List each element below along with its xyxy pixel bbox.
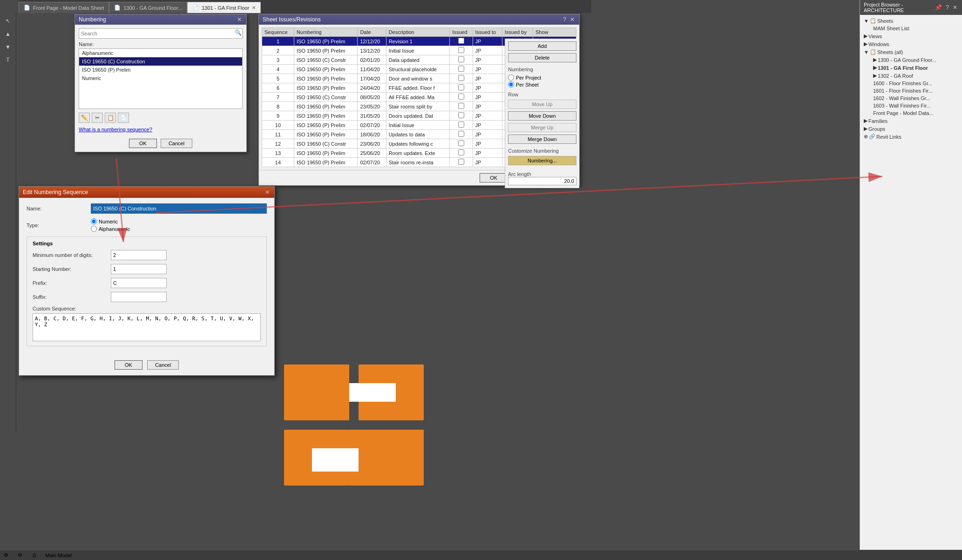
rev-add-btn[interactable]: Add [508,41,576,51]
tree-1602[interactable]: 1602 - Wall Finishes Gr... [862,94,960,102]
rev-ok-btn[interactable]: OK [480,173,508,182]
type-numeric-radio[interactable]: Numeric [91,218,130,224]
type-numeric-input[interactable] [91,218,97,224]
name-field[interactable] [91,203,267,214]
min-digits-input[interactable] [111,250,167,260]
cell-seq: 9 [262,111,294,121]
tree-1600[interactable]: 1600 - Floor Finishes Gr... [862,80,960,87]
numbering-customize-btn[interactable]: Numbering... [508,156,576,165]
min-digits-row: Minimum number of digits: [33,250,261,260]
cell-issued[interactable] [450,93,473,102]
suffix-input[interactable] [111,292,167,302]
tree-groups[interactable]: ▶ Groups [862,125,960,133]
cell-issued[interactable] [450,121,473,130]
search-icon-btn[interactable]: 🔍 [235,29,242,36]
col-numbering: Numbering [294,28,358,37]
tree-1601[interactable]: 1601 - Floor Finishes Fir... [862,87,960,94]
tool-up[interactable]: ▲ [1,28,14,40]
tree-families[interactable]: ▶ Families [862,117,960,125]
rev-merge-up-btn[interactable]: Merge Up [508,123,576,132]
rev-move-up-btn[interactable]: Move Up [508,100,576,109]
arc-length-input[interactable] [508,177,576,185]
list-item-iso-c[interactable]: ISO 19650 (C) Construction [79,57,242,66]
type-alphanumeric-radio[interactable]: Alphanumeric [91,226,130,232]
tree-revit-links[interactable]: ⊕ 🔗 Revit Links [862,133,960,141]
cell-issued[interactable] [450,65,473,74]
cell-date: 12/12/20 [358,37,386,46]
revisions-dialog-question[interactable]: ? [562,16,567,23]
tree-1301[interactable]: ▶ 1301 - GA First Floor [862,64,960,72]
search-wrapper: 🔍 [79,28,243,39]
list-item-alphanumeric[interactable]: Alphanumeric [79,49,242,57]
tree-frontpage[interactable]: Front Page - Model Data... [862,109,960,117]
radio-per-sheet[interactable]: Per Sheet [508,81,576,88]
cell-date: 02/07/20 [358,121,386,130]
cell-issued[interactable] [450,55,473,65]
cell-issued[interactable] [450,37,473,46]
cell-issued[interactable] [450,139,473,148]
revisions-dialog-close[interactable]: ✕ [569,16,576,23]
cell-issued[interactable] [450,83,473,93]
delete-icon-btn[interactable]: ✂ [92,113,103,123]
numbering-ok-btn[interactable]: OK [129,139,157,148]
numbering-search-input[interactable] [79,28,243,39]
radio-per-sheet-input[interactable] [508,81,514,88]
tree-sheets[interactable]: ▼ 📋 Sheets [862,17,960,25]
tab-front-page[interactable]: 📄 Front Page - Model Data Sheet [19,2,109,13]
tool-down[interactable]: ▼ [1,41,14,53]
radio-per-project[interactable]: Per Project [508,74,576,81]
starting-number-input[interactable] [111,264,167,274]
prefix-input[interactable] [111,278,167,288]
project-browser-pin[interactable]: 📌 [934,4,943,11]
edit-ok-btn[interactable]: OK [115,360,142,370]
cell-issued-to: JP [473,111,502,121]
numbering-cancel-btn[interactable]: Cancel [161,139,192,148]
project-browser-question[interactable]: ? [945,4,950,11]
rev-merge-down-btn[interactable]: Merge Down [508,135,576,144]
numbering-dialog-close[interactable]: ✕ [236,16,243,23]
tab-1301[interactable]: 📄 1301 - GA First Floor ✕ [187,2,261,13]
edit-numbering-dialog: Edit Numbering Sequence ✕ Name: Type: Nu… [19,186,275,376]
edit-icon-btn[interactable]: ✏️ [79,113,90,123]
cell-issued[interactable] [450,158,473,167]
tool-modify[interactable]: ↖ [1,15,14,27]
cell-numbering: ISO 19650 (P) Prelim [294,121,358,130]
cell-issued[interactable] [450,74,473,83]
paste-icon-btn[interactable]: 📄 [118,113,129,123]
numbering-help-link[interactable]: What is a numbering sequence? [79,127,152,132]
tree-windows[interactable]: ▶ Windows [862,40,960,48]
cell-date: 24/04/20 [358,83,386,93]
copy-icon-btn[interactable]: 📋 [105,113,116,123]
arc-section: Arc length [508,169,576,185]
numbering-dialog-title: Numbering [79,16,106,23]
edit-cancel-btn[interactable]: Cancel [147,360,179,370]
tab-1300[interactable]: 📄 1300 - GA Ground Floor... [109,2,187,13]
tab-close-icon[interactable]: ✕ [252,5,256,10]
custom-seq-textarea[interactable]: A, B, C, D, E, F, G, H, I, J, K, L, M, N… [33,313,261,341]
tree-mam[interactable]: MAM Sheet List [862,25,960,32]
cell-issued[interactable] [450,130,473,139]
cell-issued[interactable] [450,102,473,111]
cell-date: 02/01/20 [358,55,386,65]
radio-per-project-input[interactable] [508,74,514,81]
cell-date: 13/12/20 [358,46,386,55]
tree-1603[interactable]: 1603 - Wall Finishes Fir... [862,102,960,109]
edit-numbering-close[interactable]: ✕ [264,189,271,196]
list-item-iso-p[interactable]: ISO 19650 (P) Prelim [79,66,242,74]
cell-issued[interactable] [450,46,473,55]
numbering-dialog-titlebar: Numbering ✕ [75,14,246,25]
type-alphanumeric-input[interactable] [91,226,97,232]
rev-delete-btn[interactable]: Delete [508,53,576,62]
customize-section-label: Customize Numbering [508,148,576,154]
rev-move-down-btn[interactable]: Move Down [508,111,576,121]
list-item-numeric[interactable]: Numeric [79,74,242,82]
project-browser-close[interactable]: ✕ [952,4,958,11]
numbering-list[interactable]: Alphanumeric ISO 19650 (C) Construction … [79,48,243,109]
cell-issued[interactable] [450,111,473,121]
tree-1300[interactable]: ▶ 1300 - GA Ground Floor... [862,56,960,64]
tree-sheets-all[interactable]: ▼ 📋 Sheets (all) [862,48,960,56]
tool-type[interactable]: T [1,54,14,66]
cell-issued[interactable] [450,148,473,158]
tree-1302[interactable]: ▶ 1302 - GA Roof [862,72,960,80]
tree-views[interactable]: ▶ Views [862,32,960,40]
